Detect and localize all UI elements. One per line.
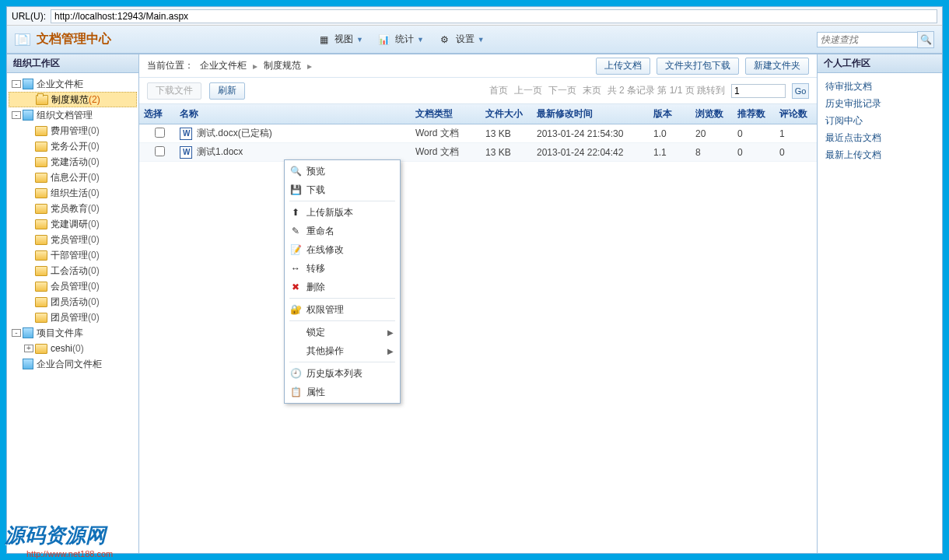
zip-download-button[interactable]: 文件夹打包下载 xyxy=(657,58,739,75)
tree-node[interactable]: 党务公开(0) xyxy=(9,138,137,154)
tree-label: 党建活动 xyxy=(51,156,88,169)
pager-input[interactable] xyxy=(731,84,786,98)
tree-toggle-icon[interactable]: + xyxy=(24,345,33,352)
tree-node[interactable]: 团员活动(0) xyxy=(9,294,137,310)
context-menu-item[interactable]: 锁定▶ xyxy=(286,323,398,341)
pager-last[interactable]: 末页 xyxy=(583,84,601,97)
table-row[interactable]: 测试1.docxWord 文档13 KB2013-01-24 22:04:421… xyxy=(139,143,817,162)
tree-count: (0) xyxy=(88,156,100,167)
tree-node[interactable]: 信息公开(0) xyxy=(9,170,137,185)
pager-next[interactable]: 下一页 xyxy=(548,84,576,97)
pager-first[interactable]: 首页 xyxy=(489,84,508,97)
tree-node[interactable]: 制度规范(2) xyxy=(9,92,137,107)
tree-toggle-icon[interactable]: - xyxy=(12,329,21,337)
tree-node[interactable]: 团员管理(0) xyxy=(9,310,137,325)
tree-label: 费用管理 xyxy=(51,124,88,138)
tree-label: 企业文件柜 xyxy=(37,78,83,91)
right-link[interactable]: 订阅中心 xyxy=(825,112,934,129)
tree-node[interactable]: 党建调研(0) xyxy=(9,216,137,232)
right-link[interactable]: 历史审批记录 xyxy=(825,95,934,112)
chevron-down-icon: ▼ xyxy=(417,36,424,44)
tree-label: 会员管理 xyxy=(51,280,88,293)
download-button[interactable]: 下载文件 xyxy=(147,82,201,100)
right-link[interactable]: 待审批文档 xyxy=(825,78,934,95)
tree-label: 团员管理 xyxy=(51,311,88,324)
menu-item-icon: 🔐 xyxy=(289,303,302,316)
tree-node[interactable]: 企业合同文件柜 xyxy=(9,356,137,372)
pager-prev[interactable]: 上一页 xyxy=(514,84,542,97)
context-menu-item[interactable]: 🔍预览 xyxy=(286,162,398,180)
context-menu-item[interactable]: ✖删除 xyxy=(286,278,398,296)
upload-button[interactable]: 上传文档 xyxy=(596,58,650,75)
tree-toggle-icon[interactable]: - xyxy=(12,111,21,119)
search-input[interactable] xyxy=(817,32,918,47)
col-views: 浏览数 xyxy=(691,107,733,121)
context-menu-item[interactable]: ↔转移 xyxy=(286,259,398,278)
tree-node[interactable]: 会员管理(0) xyxy=(9,278,137,294)
tree-node[interactable]: 组织生活(0) xyxy=(9,185,137,201)
tree-count: (0) xyxy=(88,187,100,198)
menu-stats[interactable]: 📊统计▼ xyxy=(379,33,424,46)
tree-label: ceshi xyxy=(51,343,72,354)
breadcrumb-l2[interactable]: 制度规范 xyxy=(264,59,301,72)
tree-count: (0) xyxy=(88,296,100,307)
row-checkbox[interactable] xyxy=(155,128,165,138)
search-button[interactable]: 🔍 xyxy=(917,31,934,48)
folder-icon xyxy=(35,126,47,136)
tree-node[interactable]: +ceshi(0) xyxy=(9,341,137,356)
tree-count: (0) xyxy=(88,234,100,245)
tree-label: 企业合同文件柜 xyxy=(37,358,102,371)
folder-icon xyxy=(35,250,47,261)
cell-recs: 0 xyxy=(733,128,775,139)
col-comments: 评论数 xyxy=(775,107,817,121)
submenu-arrow-icon: ▶ xyxy=(387,328,394,337)
context-menu-item[interactable]: 📋属性 xyxy=(286,383,398,401)
context-menu-item[interactable]: 📝在线修改 xyxy=(286,240,398,259)
new-folder-button[interactable]: 新建文件夹 xyxy=(745,58,809,75)
refresh-button[interactable]: 刷新 xyxy=(209,82,245,100)
menu-separator xyxy=(289,201,395,201)
tree-node[interactable]: -企业文件柜 xyxy=(9,76,137,92)
context-menu-item[interactable]: 其他操作▶ xyxy=(286,341,398,360)
menu-view[interactable]: ▦视图▼ xyxy=(318,33,363,46)
context-menu-item[interactable]: ⬆上传新版本 xyxy=(286,203,398,222)
tree-count: (0) xyxy=(88,141,100,152)
left-panel-title: 组织工作区 xyxy=(7,54,138,73)
context-menu-item[interactable]: 💾下载 xyxy=(286,180,398,199)
stats-icon: 📊 xyxy=(379,34,390,45)
context-menu-item[interactable]: 🔐权限管理 xyxy=(286,300,398,319)
header-menus: ▦视图▼ 📊统计▼ ⚙设置▼ xyxy=(318,33,485,46)
tree-node[interactable]: 党建活动(0) xyxy=(9,154,137,170)
tree-label: 党员教育 xyxy=(51,202,88,215)
folder-icon xyxy=(35,219,47,229)
tree-node[interactable]: 党员管理(0) xyxy=(9,232,137,247)
tree-node[interactable]: 干部管理(0) xyxy=(9,247,137,263)
tree-label: 团员活动 xyxy=(51,296,88,309)
tree-node[interactable]: 费用管理(0) xyxy=(9,123,137,138)
breadcrumb-l1[interactable]: 企业文件柜 xyxy=(200,59,247,72)
tree-toggle-icon[interactable]: - xyxy=(12,80,21,88)
menu-item-label: 权限管理 xyxy=(306,303,344,317)
table-row[interactable]: 测试.docx(已定稿)Word 文档13 KB2013-01-24 21:54… xyxy=(139,124,817,143)
row-checkbox[interactable] xyxy=(155,146,165,156)
menu-settings[interactable]: ⚙设置▼ xyxy=(439,33,485,46)
tree-label: 项目文件库 xyxy=(37,327,83,340)
tree-count: (0) xyxy=(88,265,100,276)
sidebar-right: 个人工作区 待审批文档历史审批记录订阅中心最近点击文档最新上传文档 xyxy=(818,54,942,553)
right-link[interactable]: 最近点击文档 xyxy=(825,129,934,146)
col-version: 版本 xyxy=(649,107,691,121)
context-menu-item[interactable]: ✎重命名 xyxy=(286,222,398,240)
menu-item-label: 锁定 xyxy=(306,326,325,339)
tree-node[interactable]: 工会活动(0) xyxy=(9,263,137,278)
tree-count: (0) xyxy=(88,281,100,292)
url-input[interactable] xyxy=(51,9,937,23)
context-menu-item[interactable]: 🕘历史版本列表 xyxy=(286,364,398,383)
pager-go-button[interactable]: Go xyxy=(792,83,809,99)
tree-node[interactable]: 党员教育(0) xyxy=(9,201,137,216)
cell-comments: 0 xyxy=(775,147,817,158)
right-link[interactable]: 最新上传文档 xyxy=(825,146,934,163)
tree-node[interactable]: -项目文件库 xyxy=(9,325,137,341)
tree-label: 制度规范 xyxy=(51,93,89,107)
tree-node[interactable]: -组织文档管理 xyxy=(9,107,137,123)
menu-item-icon: ✖ xyxy=(289,281,302,293)
